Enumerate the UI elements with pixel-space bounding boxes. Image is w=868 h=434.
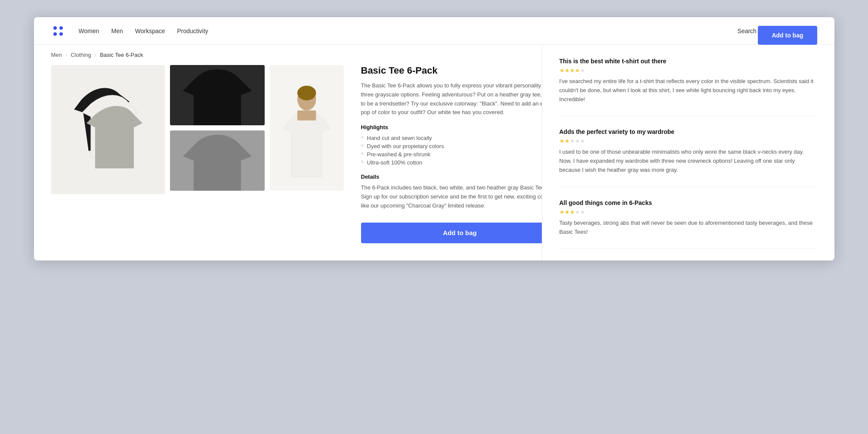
review-stars-2: ★★★★★ <box>559 138 817 144</box>
product-image-black[interactable] <box>170 65 265 125</box>
svg-point-0 <box>53 26 57 30</box>
svg-rect-11 <box>297 111 316 121</box>
product-image-gray[interactable] <box>170 130 265 191</box>
logo[interactable] <box>51 24 65 38</box>
page-container: Add to bag Women Men Workspace Productiv… <box>34 17 834 260</box>
review-item-3: All good things come in 6-Packs ★★★★★ Ta… <box>559 199 817 249</box>
breadcrumb-men[interactable]: Men <box>51 52 62 58</box>
product-image-column <box>170 65 265 243</box>
product-description: The Basic Tee 6-Pack allows you to fully… <box>361 81 559 117</box>
details-text: The 6-Pack includes two black, two white… <box>361 183 559 210</box>
nav-item-productivity[interactable]: Productivity <box>177 28 208 34</box>
highlight-item: Hand cut and sewn locally <box>361 134 559 142</box>
review-text-1: I've searched my entire life for a t-shi… <box>559 77 817 104</box>
highlight-item: Ultra-soft 100% cotton <box>361 158 559 167</box>
search-button[interactable]: Search <box>738 28 757 34</box>
highlights-title: Highlights <box>361 124 559 130</box>
breadcrumb-clothing[interactable]: Clothing <box>71 52 91 58</box>
review-stars-3: ★★★★★ <box>559 209 817 215</box>
review-item-2: Adds the perfect variety to my wardrobe … <box>559 128 817 187</box>
highlights-list: Hand cut and sewn locally Dyed with our … <box>361 134 559 167</box>
review-stars-1: ★★★★★ <box>559 67 817 74</box>
main-nav: Women Men Workspace Productivity <box>79 28 738 34</box>
breadcrumb-current: Basic Tee 6-Pack <box>100 52 143 58</box>
nav-item-workspace[interactable]: Workspace <box>135 28 165 34</box>
product-info: Basic Tee 6-Pack The Basic Tee 6-Pack al… <box>361 65 559 243</box>
highlight-item: Pre-washed & pre-shrunk <box>361 150 559 158</box>
breadcrumb-sep-2: › <box>95 52 96 58</box>
review-title-2: Adds the perfect variety to my wardrobe <box>559 128 817 135</box>
details-title: Details <box>361 174 559 180</box>
product-images <box>51 65 344 243</box>
review-text-3: Tasty beverages, strong abs that will ne… <box>559 219 817 237</box>
highlight-item: Dyed with our propietary colors <box>361 142 559 150</box>
svg-point-10 <box>297 86 316 100</box>
nav-item-men[interactable]: Men <box>111 28 123 34</box>
review-title-1: This is the best white t-shirt out there <box>559 58 817 65</box>
add-to-bag-button-bottom[interactable]: Add to bag <box>361 223 559 243</box>
product-main-image[interactable] <box>51 65 165 194</box>
product-title: Basic Tee 6-Pack <box>361 65 559 76</box>
nav-item-women[interactable]: Women <box>79 28 99 34</box>
product-image-model[interactable] <box>270 65 343 191</box>
review-title-3: All good things come in 6-Packs <box>559 199 817 206</box>
header: Women Men Workspace Productivity Search … <box>34 17 834 45</box>
reviews-panel: This is the best white t-shirt out there… <box>542 45 834 260</box>
svg-point-1 <box>59 26 63 30</box>
svg-point-2 <box>53 32 57 36</box>
svg-point-3 <box>59 32 63 36</box>
top-add-to-bag-button[interactable]: Add to bag <box>758 26 817 45</box>
review-item-1: This is the best white t-shirt out there… <box>559 58 817 116</box>
review-text-2: I used to be one of those unbearable min… <box>559 148 817 174</box>
breadcrumb-sep-1: › <box>65 52 67 58</box>
